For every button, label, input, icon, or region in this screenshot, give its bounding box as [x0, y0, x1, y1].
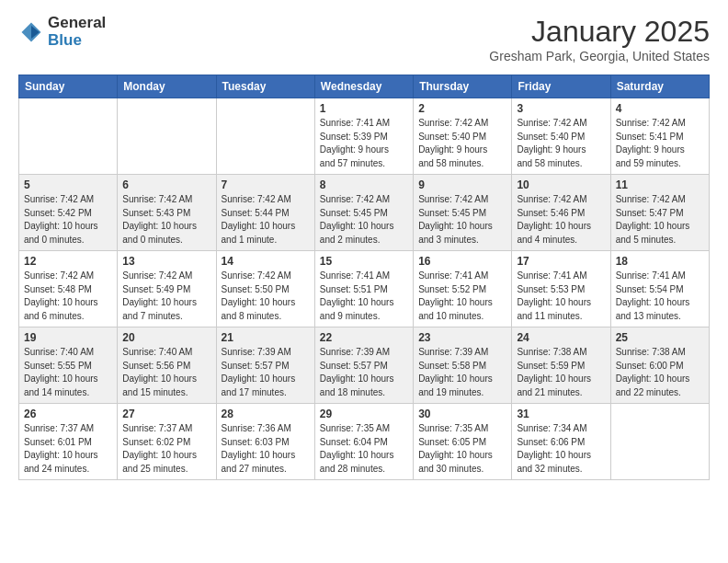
day-info: Sunrise: 7:41 AM Sunset: 5:52 PM Dayligh…: [418, 270, 506, 323]
day-info: Sunrise: 7:39 AM Sunset: 5:57 PM Dayligh…: [222, 346, 310, 399]
calendar-week-row: 5Sunrise: 7:42 AM Sunset: 5:42 PM Daylig…: [19, 175, 710, 251]
calendar-cell: 7Sunrise: 7:42 AM Sunset: 5:44 PM Daylig…: [216, 175, 314, 251]
page-header: General Blue January 2025 Gresham Park, …: [18, 15, 710, 63]
day-number: 3: [517, 102, 605, 115]
calendar-cell: 8Sunrise: 7:42 AM Sunset: 5:45 PM Daylig…: [314, 175, 413, 251]
day-info: Sunrise: 7:37 AM Sunset: 6:01 PM Dayligh…: [24, 422, 112, 476]
calendar-cell: 11Sunrise: 7:42 AM Sunset: 5:47 PM Dayli…: [610, 175, 709, 251]
day-info: Sunrise: 7:42 AM Sunset: 5:42 PM Dayligh…: [24, 193, 112, 247]
day-info: Sunrise: 7:42 AM Sunset: 5:45 PM Dayligh…: [320, 193, 408, 247]
logo: General Blue: [18, 15, 106, 49]
day-info: Sunrise: 7:42 AM Sunset: 5:44 PM Dayligh…: [222, 193, 310, 247]
location: Gresham Park, Georgia, United States: [489, 49, 710, 63]
calendar-cell: 3Sunrise: 7:42 AM Sunset: 5:40 PM Daylig…: [512, 98, 610, 175]
col-header-thursday: Thursday: [414, 75, 512, 98]
calendar-cell: 27Sunrise: 7:37 AM Sunset: 6:02 PM Dayli…: [118, 404, 216, 480]
day-number: 15: [320, 255, 408, 268]
calendar-cell: 6Sunrise: 7:42 AM Sunset: 5:43 PM Daylig…: [118, 175, 216, 251]
day-number: 11: [616, 178, 704, 191]
day-number: 27: [122, 408, 210, 420]
day-info: Sunrise: 7:35 AM Sunset: 6:05 PM Dayligh…: [418, 422, 506, 476]
calendar-week-row: 26Sunrise: 7:37 AM Sunset: 6:01 PM Dayli…: [19, 404, 710, 480]
day-info: Sunrise: 7:42 AM Sunset: 5:43 PM Dayligh…: [122, 193, 210, 247]
calendar-cell: 1Sunrise: 7:41 AM Sunset: 5:39 PM Daylig…: [314, 98, 413, 175]
day-number: 19: [24, 331, 112, 344]
logo-icon: [18, 19, 44, 45]
calendar-week-row: 12Sunrise: 7:42 AM Sunset: 5:48 PM Dayli…: [19, 251, 710, 327]
day-info: Sunrise: 7:41 AM Sunset: 5:54 PM Dayligh…: [616, 270, 704, 323]
day-number: 7: [222, 178, 310, 191]
col-header-monday: Monday: [118, 75, 216, 98]
day-number: 30: [418, 408, 506, 420]
calendar-cell: 14Sunrise: 7:42 AM Sunset: 5:50 PM Dayli…: [216, 251, 314, 327]
day-number: 1: [320, 102, 408, 115]
calendar-cell: 30Sunrise: 7:35 AM Sunset: 6:05 PM Dayli…: [414, 404, 512, 480]
col-header-saturday: Saturday: [610, 75, 709, 98]
calendar-cell: 9Sunrise: 7:42 AM Sunset: 5:45 PM Daylig…: [414, 175, 512, 251]
day-number: 6: [122, 178, 210, 191]
calendar-cell: 4Sunrise: 7:42 AM Sunset: 5:41 PM Daylig…: [610, 98, 709, 175]
day-info: Sunrise: 7:41 AM Sunset: 5:39 PM Dayligh…: [320, 117, 408, 170]
calendar-cell: [610, 404, 709, 480]
day-info: Sunrise: 7:41 AM Sunset: 5:51 PM Dayligh…: [320, 270, 408, 323]
day-number: 29: [320, 408, 408, 420]
calendar-week-row: 19Sunrise: 7:40 AM Sunset: 5:55 PM Dayli…: [19, 327, 710, 404]
calendar-cell: 5Sunrise: 7:42 AM Sunset: 5:42 PM Daylig…: [19, 175, 118, 251]
calendar-week-row: 1Sunrise: 7:41 AM Sunset: 5:39 PM Daylig…: [19, 98, 710, 175]
day-number: 31: [517, 408, 605, 420]
logo-blue-text: Blue: [48, 32, 106, 50]
calendar-cell: 12Sunrise: 7:42 AM Sunset: 5:48 PM Dayli…: [19, 251, 118, 327]
title-block: January 2025 Gresham Park, Georgia, Unit…: [489, 15, 710, 63]
day-info: Sunrise: 7:42 AM Sunset: 5:50 PM Dayligh…: [222, 270, 310, 323]
day-info: Sunrise: 7:37 AM Sunset: 6:02 PM Dayligh…: [122, 422, 210, 476]
calendar-cell: 17Sunrise: 7:41 AM Sunset: 5:53 PM Dayli…: [512, 251, 610, 327]
day-number: 25: [616, 331, 704, 344]
day-info: Sunrise: 7:36 AM Sunset: 6:03 PM Dayligh…: [222, 422, 310, 476]
calendar-cell: 19Sunrise: 7:40 AM Sunset: 5:55 PM Dayli…: [19, 327, 118, 404]
calendar-cell: 24Sunrise: 7:38 AM Sunset: 5:59 PM Dayli…: [512, 327, 610, 404]
day-number: 4: [616, 102, 704, 115]
day-number: 12: [24, 255, 112, 268]
calendar-cell: 18Sunrise: 7:41 AM Sunset: 5:54 PM Dayli…: [610, 251, 709, 327]
calendar-cell: 28Sunrise: 7:36 AM Sunset: 6:03 PM Dayli…: [216, 404, 314, 480]
col-header-tuesday: Tuesday: [216, 75, 314, 98]
day-number: 5: [24, 178, 112, 191]
day-info: Sunrise: 7:38 AM Sunset: 5:59 PM Dayligh…: [517, 346, 605, 399]
day-number: 18: [616, 255, 704, 268]
day-number: 2: [418, 102, 506, 115]
day-number: 26: [24, 408, 112, 420]
day-number: 28: [222, 408, 310, 420]
calendar-cell: [19, 98, 118, 175]
calendar-table: SundayMondayTuesdayWednesdayThursdayFrid…: [18, 75, 710, 480]
day-number: 14: [222, 255, 310, 268]
calendar-cell: 20Sunrise: 7:40 AM Sunset: 5:56 PM Dayli…: [118, 327, 216, 404]
calendar-cell: 29Sunrise: 7:35 AM Sunset: 6:04 PM Dayli…: [314, 404, 413, 480]
day-number: 16: [418, 255, 506, 268]
calendar-cell: 21Sunrise: 7:39 AM Sunset: 5:57 PM Dayli…: [216, 327, 314, 404]
day-number: 17: [517, 255, 605, 268]
day-number: 13: [122, 255, 210, 268]
day-info: Sunrise: 7:39 AM Sunset: 5:57 PM Dayligh…: [320, 346, 408, 399]
day-number: 20: [122, 331, 210, 344]
day-number: 23: [418, 331, 506, 344]
col-header-friday: Friday: [512, 75, 610, 98]
logo-text: General Blue: [48, 15, 106, 49]
day-info: Sunrise: 7:42 AM Sunset: 5:45 PM Dayligh…: [418, 193, 506, 247]
month-title: January 2025: [489, 15, 710, 49]
day-number: 8: [320, 178, 408, 191]
day-info: Sunrise: 7:41 AM Sunset: 5:53 PM Dayligh…: [517, 270, 605, 323]
calendar-cell: 25Sunrise: 7:38 AM Sunset: 6:00 PM Dayli…: [610, 327, 709, 404]
day-info: Sunrise: 7:42 AM Sunset: 5:40 PM Dayligh…: [418, 117, 506, 170]
calendar-cell: 31Sunrise: 7:34 AM Sunset: 6:06 PM Dayli…: [512, 404, 610, 480]
day-number: 10: [517, 178, 605, 191]
day-info: Sunrise: 7:40 AM Sunset: 5:55 PM Dayligh…: [24, 346, 112, 399]
calendar-cell: 10Sunrise: 7:42 AM Sunset: 5:46 PM Dayli…: [512, 175, 610, 251]
day-info: Sunrise: 7:42 AM Sunset: 5:48 PM Dayligh…: [24, 270, 112, 323]
day-info: Sunrise: 7:39 AM Sunset: 5:58 PM Dayligh…: [418, 346, 506, 399]
day-info: Sunrise: 7:35 AM Sunset: 6:04 PM Dayligh…: [320, 422, 408, 476]
day-number: 24: [517, 331, 605, 344]
calendar-cell: 23Sunrise: 7:39 AM Sunset: 5:58 PM Dayli…: [414, 327, 512, 404]
logo-general-text: General: [48, 15, 106, 32]
day-number: 9: [418, 178, 506, 191]
day-number: 22: [320, 331, 408, 344]
